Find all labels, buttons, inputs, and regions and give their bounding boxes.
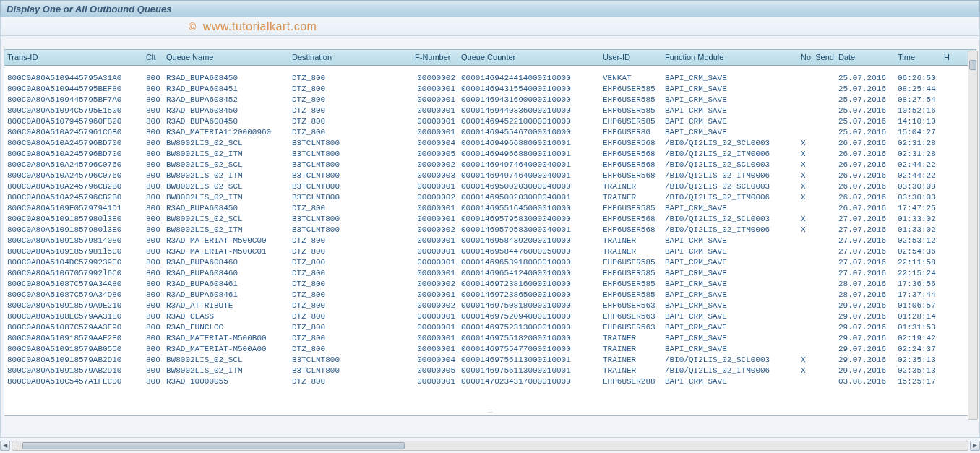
table-row[interactable]: 800C0A80A51087C579A34D80800R3AD_BUPA6084… (4, 290, 976, 301)
table-row[interactable]: 800C0A80A51091857981l5C0800R3AD_MATERIAT… (4, 246, 976, 257)
cell-queue: R3AD_BUPA608450 (163, 203, 289, 214)
cell-date: 29.07.2016 (835, 344, 895, 355)
cell-fnum: 00000004 (412, 138, 458, 149)
scrollbar-vertical[interactable] (968, 51, 978, 420)
scrollbar-horizontal[interactable] (12, 441, 968, 451)
cell-clt: 800 (143, 105, 163, 116)
cell-qc: 00001469500203000040001 (458, 192, 600, 203)
col-queue-name[interactable]: Queue Name (163, 50, 289, 65)
cell-trans: 800C0A80A5108EC579AA31E0 (4, 311, 143, 322)
col-h[interactable]: H (941, 50, 950, 65)
table-row[interactable]: 800C0A80A510918579AAF2E0800R3AD_MATERIAT… (4, 333, 976, 344)
table-row[interactable]: 800C0A80A5109445795BF7A0800R3AD_BUPA6084… (4, 95, 976, 105)
table-row[interactable]: 800C0A80A510918579A9E210800R3AD_ATTRIBUT… (4, 301, 976, 311)
cell-user: EHP6USER585 (600, 279, 662, 290)
cell-func: BAPI_CRM_SAVE (662, 311, 798, 322)
cell-qc: 00001469431554000010000 (458, 84, 600, 95)
cell-nosend (798, 344, 835, 355)
cell-dest: DTZ_800 (289, 376, 412, 387)
cell-qc: 00001469551645000010000 (458, 203, 600, 214)
cell-clt: 800 (143, 149, 163, 160)
cell-nosend (798, 322, 835, 333)
table-row[interactable]: 800C0A80A51067057992l6C0800R3AD_BUPA6084… (4, 268, 976, 279)
cell-time: 03:30:03 (895, 181, 941, 192)
cell-date: 25.07.2016 (835, 95, 895, 105)
table-row[interactable]: 800C0A80A510918579AB0550800R3AD_MATERIAT… (4, 344, 976, 355)
col-time[interactable]: Time (895, 50, 941, 65)
cell-clt: 800 (143, 214, 163, 225)
cell-func: /BI0/QI2LIS_02_SCL0003 (662, 138, 798, 149)
scroll-right-icon[interactable]: ▶ (970, 441, 980, 451)
cell-fnum: 00000002 (412, 160, 458, 171)
cell-queue: R3AD_MATERIAT-M500C00 (163, 236, 289, 246)
cell-trans: 800C0A80A5109445795BF7A0 (4, 95, 143, 105)
cell-time: 02:44:22 (895, 171, 941, 181)
table-row[interactable]: 800C0A80A51087C579AA3F90800R3AD_FUNCLOCD… (4, 322, 976, 333)
cell-user: EHP6USER568 (600, 160, 662, 171)
table-row[interactable]: 800C0A80A51079457960FB20800R3AD_BUPA6084… (4, 116, 976, 127)
table-row[interactable]: 800C0A80A5109445795A31A0800R3AD_BUPA6084… (4, 73, 976, 84)
table-row[interactable]: 800C0A80A510A245796CB2B0800BW8002LIS_02_… (4, 181, 976, 192)
col-function-module[interactable]: Function Module (662, 50, 798, 65)
table-row[interactable]: 800C0A80A51091857980l3E0800BW8002LIS_02_… (4, 225, 976, 236)
col-trans-id[interactable]: Trans-ID (4, 50, 143, 65)
table-row[interactable]: 800C0A80A510A2457961C6B0800R3AD_MATERIA1… (4, 127, 976, 138)
cell-date: 29.07.2016 (835, 311, 895, 322)
table-row[interactable]: 800C0A80A510918579AB2D10800BW8002LIS_02_… (4, 366, 976, 376)
table-row[interactable]: 800C0A80A5109F05797941D1800R3AD_BUPA6084… (4, 203, 976, 214)
cell-dest: B3TCLNT800 (289, 138, 412, 149)
cell-queue: R3AD_BUPA608460 (163, 268, 289, 279)
col-queue-counter[interactable]: Queue Counter (458, 50, 600, 65)
cell-func: BAPI_CRM_SAVE (662, 236, 798, 246)
cell-trans: 800C0A80A510A2457961C6B0 (4, 127, 143, 138)
col-clt[interactable]: Clt (143, 50, 163, 65)
cell-clt: 800 (143, 203, 163, 214)
cell-trans: 800C0A80A510918579814080 (4, 236, 143, 246)
cell-time: 08:27:54 (895, 95, 941, 105)
table-row[interactable]: 800C0A80A51087C579A34A80800R3AD_BUPA6084… (4, 279, 976, 290)
cell-date: 29.07.2016 (835, 301, 895, 311)
cell-nosend: X (798, 214, 835, 225)
cell-time: 22:15:24 (895, 268, 941, 279)
table-row[interactable]: 800C0A80A51091857980l3E0800BW8002LIS_02_… (4, 214, 976, 225)
col-date[interactable]: Date (835, 50, 895, 65)
cell-time: 22:11:58 (895, 257, 941, 268)
table-row[interactable]: 800C0A80A5108EC579AA31E0800R3AD_CLASSDTZ… (4, 311, 976, 322)
table-row[interactable]: 800C0A80A510A245796BD700800BW8002LIS_02_… (4, 138, 976, 149)
cell-qc: 00001469723865000010000 (458, 290, 600, 301)
cell-nosend (798, 301, 835, 311)
col-user-id[interactable]: User-ID (600, 50, 662, 65)
table-row[interactable]: 800C0A80A510A245796CB2B0800BW8002LIS_02_… (4, 192, 976, 203)
cell-nosend: X (798, 225, 835, 236)
table-row[interactable]: 800C0A80A510A245796C0760800BW8002LIS_02_… (4, 160, 976, 171)
table-row[interactable]: 800C0A80A510C5457A1FECD0800R3AD_10000055… (4, 376, 976, 387)
table-row[interactable]: 800C0A80A510918579AB2D10800BW8002LIS_02_… (4, 355, 976, 366)
table-row[interactable]: 800C0A80A5109445795BEF80800R3AD_BUPA6084… (4, 84, 976, 95)
scroll-left-icon[interactable]: ◀ (0, 441, 10, 451)
scrollbar-thumb-horizontal[interactable] (22, 442, 405, 449)
cell-queue: R3AD_BUPA608461 (163, 279, 289, 290)
table-row[interactable]: 800C0A80A510918579814080800R3AD_MATERIAT… (4, 236, 976, 246)
cell-user: EHP6USER568 (600, 171, 662, 181)
table-row[interactable]: 800C0A80A510A245796BD700800BW8002LIS_02_… (4, 149, 976, 160)
cell-dest: DTZ_800 (289, 73, 412, 84)
cell-user: TRAINER (600, 366, 662, 376)
cell-date: 27.07.2016 (835, 214, 895, 225)
scrollbar-thumb-vertical[interactable] (969, 60, 976, 70)
table-row[interactable]: 800C0A80A51094C5795E1500800R3AD_BUPA6084… (4, 105, 976, 116)
cell-queue: BW8002LIS_02_SCL (163, 214, 289, 225)
resize-handle-icon[interactable]: ::: (488, 407, 493, 414)
table-row[interactable]: 800C0A80A5104DC5799239E0800R3AD_BUPA6084… (4, 257, 976, 268)
cell-clt: 800 (143, 181, 163, 192)
cell-user: EHP6USER568 (600, 225, 662, 236)
table-row[interactable]: 800C0A80A510A245796C0760800BW8002LIS_02_… (4, 171, 976, 181)
col-destination[interactable]: Destination (289, 50, 412, 65)
col-f-number[interactable]: F-Number (412, 50, 458, 65)
cell-user: EHP6USER585 (600, 290, 662, 301)
cell-dest: DTZ_800 (289, 246, 412, 257)
cell-queue: R3AD_BUPA608450 (163, 73, 289, 84)
cell-time: 01:28:14 (895, 311, 941, 322)
cell-dest: DTZ_800 (289, 116, 412, 127)
cell-queue: BW8002LIS_02_SCL (163, 138, 289, 149)
col-no-send[interactable]: No_Send (798, 50, 835, 65)
